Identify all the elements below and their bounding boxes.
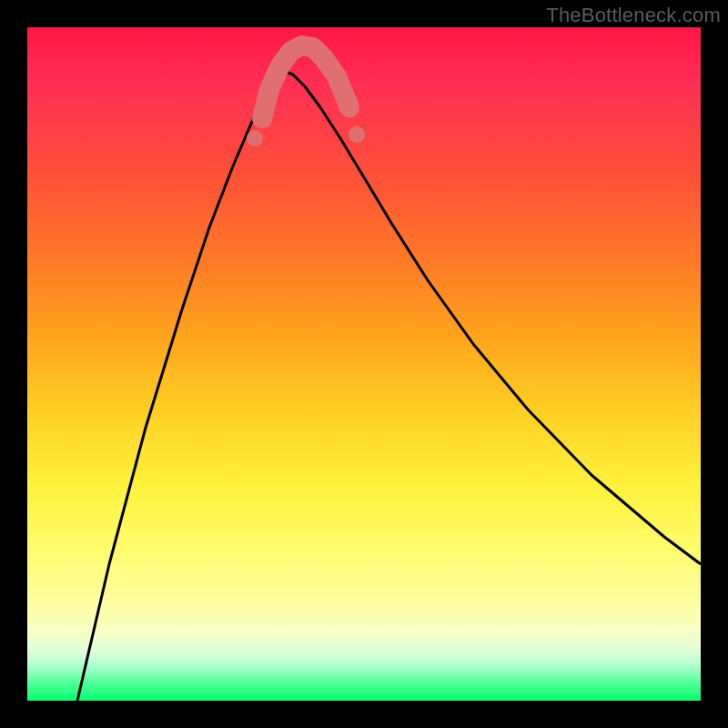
marker-dot	[247, 130, 263, 147]
markers-container	[247, 126, 365, 147]
bottleneck-curve	[77, 71, 701, 701]
chart-frame: TheBottleneck.com	[0, 0, 728, 728]
marker-dot	[349, 126, 365, 143]
chart-svg	[27, 27, 701, 701]
watermark-text: TheBottleneck.com	[546, 4, 721, 27]
plot-area	[27, 27, 701, 701]
series-container	[77, 46, 701, 701]
marker-band	[262, 46, 349, 118]
